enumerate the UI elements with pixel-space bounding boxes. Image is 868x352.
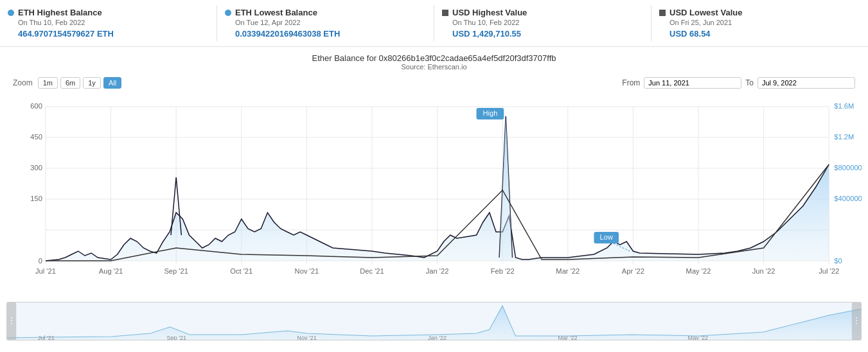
svg-text:$400000: $400000: [834, 195, 862, 202]
main-chart-svg: 600 450 300 150 0 $1.6M $1.2M $800000 $4…: [6, 94, 862, 299]
svg-text:Dec '21: Dec '21: [360, 267, 384, 275]
chart-title-area: Ether Balance for 0x80266b1e3f0c2cadae65…: [0, 53, 868, 71]
to-label: To: [745, 78, 754, 87]
svg-text:300: 300: [30, 164, 42, 172]
mini-chart-svg: Jul '21 Sep '21 Nov '21 Jan '22 Mar '22 …: [7, 303, 861, 340]
usd-lowest-value: USD 68.54: [669, 29, 860, 39]
stat-usd-lowest: USD Lowest Value On Fri 25, Jun 2021 USD…: [651, 5, 868, 41]
svg-text:Jan '22: Jan '22: [428, 335, 447, 340]
zoom-label: Zoom: [13, 78, 33, 87]
usd-lowest-title: USD Lowest Value: [669, 8, 742, 17]
eth-highest-value: 464.9707154579627 ETH: [18, 29, 209, 39]
svg-text:Low: Low: [599, 233, 613, 241]
chart-subtitle: Source: Etherscan.io: [0, 63, 868, 71]
to-date-input[interactable]: [757, 77, 855, 89]
svg-text:450: 450: [30, 133, 42, 141]
zoom-1m-button[interactable]: 1m: [38, 77, 58, 89]
zoom-controls: Zoom 1m 6m 1y All: [13, 77, 121, 89]
usd-highest-title: USD Highest Value: [452, 8, 527, 17]
svg-text:$0: $0: [834, 257, 842, 265]
svg-text:600: 600: [30, 102, 42, 110]
svg-text:$800000: $800000: [834, 164, 862, 172]
eth-highest-title: ETH Highest Balance: [18, 8, 102, 17]
stat-eth-highest: ETH Highest Balance On Thu 10, Feb 2022 …: [0, 5, 217, 41]
svg-text:Jul '21: Jul '21: [35, 267, 56, 275]
svg-text:Jul '22: Jul '22: [819, 267, 839, 275]
svg-text:⋮: ⋮: [8, 316, 15, 325]
usd-lowest-dot: [659, 10, 666, 16]
svg-marker-44: [499, 116, 512, 261]
chart-section: Ether Balance for 0x80266b1e3f0c2cadae65…: [0, 47, 868, 340]
chart-title: Ether Balance for 0x80266b1e3f0c2cadae65…: [0, 53, 868, 63]
zoom-1y-button[interactable]: 1y: [83, 77, 101, 89]
stat-usd-highest: USD Highest Value On Thu 10, Feb 2022 US…: [434, 5, 651, 41]
eth-highest-date: On Thu 10, Feb 2022: [18, 19, 209, 26]
eth-lowest-date: On Tue 12, Apr 2022: [235, 19, 426, 26]
usd-highest-dot: [442, 10, 448, 16]
svg-text:⋮: ⋮: [853, 316, 860, 325]
svg-text:Jul '21: Jul '21: [38, 335, 55, 340]
svg-text:Mar '22: Mar '22: [556, 267, 580, 275]
svg-text:Sep '21: Sep '21: [164, 267, 188, 275]
svg-text:Nov '21: Nov '21: [297, 335, 317, 340]
usd-highest-date: On Thu 10, Feb 2022: [452, 19, 643, 26]
svg-text:Mar '22: Mar '22: [558, 335, 577, 340]
zoom-all-button[interactable]: All: [103, 77, 121, 89]
eth-lowest-dot: [225, 10, 231, 16]
mini-chart-container[interactable]: Jul '21 Sep '21 Nov '21 Jan '22 Mar '22 …: [6, 302, 862, 340]
eth-lowest-title: ETH Lowest Balance: [235, 8, 317, 17]
svg-text:150: 150: [30, 195, 42, 202]
svg-text:0: 0: [39, 257, 42, 265]
chart-controls: Zoom 1m 6m 1y All From To: [0, 75, 868, 91]
svg-text:Oct '21: Oct '21: [230, 267, 252, 275]
svg-text:High: High: [483, 109, 497, 117]
main-chart-container: 600 450 300 150 0 $1.6M $1.2M $800000 $4…: [6, 94, 862, 299]
stat-eth-lowest: ETH Lowest Balance On Tue 12, Apr 2022 0…: [217, 5, 434, 41]
zoom-6m-button[interactable]: 6m: [60, 77, 80, 89]
eth-lowest-value: 0.03394220169463038 ETH: [235, 29, 426, 39]
eth-highest-dot: [8, 10, 14, 16]
svg-text:Apr '22: Apr '22: [622, 267, 644, 275]
svg-text:Aug '21: Aug '21: [99, 267, 123, 275]
svg-text:May '22: May '22: [688, 335, 709, 340]
svg-text:$1.6M: $1.6M: [834, 102, 854, 110]
svg-text:Nov '21: Nov '21: [295, 267, 319, 275]
svg-text:Feb '22: Feb '22: [491, 267, 515, 275]
usd-lowest-date: On Fri 25, Jun 2021: [669, 19, 860, 26]
from-label: From: [622, 78, 640, 87]
usd-highest-value: USD 1,429,710.55: [452, 29, 643, 39]
svg-text:Jun '22: Jun '22: [752, 267, 775, 275]
stats-bar: ETH Highest Balance On Thu 10, Feb 2022 …: [0, 0, 868, 47]
svg-text:Sep '21: Sep '21: [166, 335, 186, 340]
svg-text:$1.2M: $1.2M: [834, 133, 854, 141]
svg-text:May '22: May '22: [686, 267, 711, 275]
from-date-input[interactable]: [644, 77, 741, 89]
date-range: From To: [622, 77, 855, 89]
svg-text:Jan '22: Jan '22: [426, 267, 449, 275]
